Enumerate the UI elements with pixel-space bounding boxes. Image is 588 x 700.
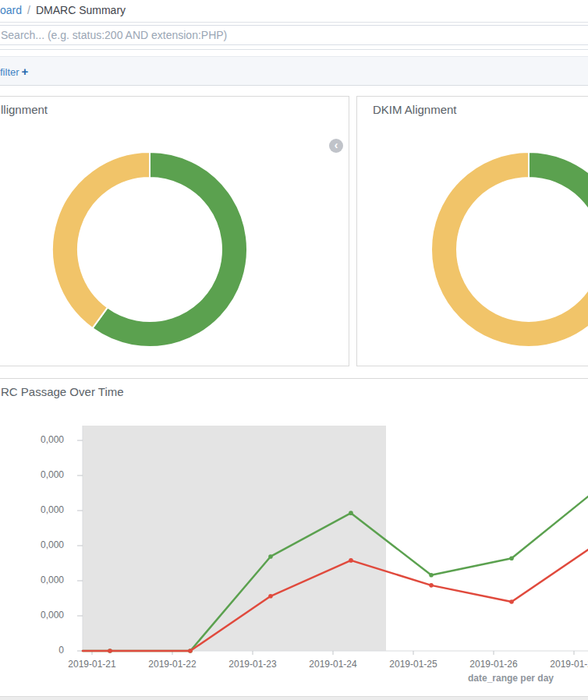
panel-dmarc-passage-title: RC Passage Over Time	[1, 385, 124, 398]
page-title: DMARC Summary	[36, 4, 126, 16]
data-point-red[interactable]	[429, 583, 434, 588]
y-axis-tick-label: 0,000	[0, 574, 64, 585]
x-axis-tick-label: 2019-01-26	[451, 659, 537, 670]
x-axis-tick-label: 2019-01-24	[290, 659, 376, 670]
breadcrumb-bar: oard/DMARC Summary	[0, 0, 588, 23]
spf-donut-chart[interactable]	[51, 150, 249, 348]
x-axis-tick-label: 2019-01-22	[129, 659, 215, 670]
data-point-red[interactable]	[509, 599, 514, 604]
dmarc-dashboard: oard/DMARC Summary filter+ llignment ‹ D…	[0, 0, 588, 700]
divider	[0, 49, 588, 50]
data-point-green[interactable]	[268, 554, 273, 559]
x-axis-title: date_range per day	[421, 673, 588, 684]
data-point-red[interactable]	[268, 594, 273, 599]
add-filter-button[interactable]: filter+	[0, 65, 28, 78]
time-range-shaded-region	[83, 426, 386, 651]
breadcrumb-separator: /	[27, 4, 30, 16]
y-axis-tick-label: 0,000	[0, 504, 64, 515]
data-point-green[interactable]	[429, 573, 434, 578]
donut-slice-green[interactable]	[529, 152, 588, 249]
x-axis-tick-label: 2019-01-23	[210, 659, 296, 670]
data-point-red[interactable]	[188, 649, 193, 653]
horizontal-scrollbar[interactable]	[0, 696, 588, 700]
dmarc-passage-line-chart[interactable]	[0, 421, 588, 664]
data-point-red[interactable]	[108, 649, 112, 653]
add-filter-label: filter	[0, 66, 19, 78]
x-axis-tick-label: 2019-01-27	[531, 659, 588, 670]
plus-icon: +	[22, 65, 29, 78]
y-axis-tick-label: 0,000	[0, 469, 64, 480]
data-point-green[interactable]	[509, 556, 514, 560]
y-axis-tick-label: 0,000	[0, 610, 64, 620]
y-axis-tick-label: 0	[0, 645, 64, 656]
x-axis-tick-label: 2019-01-25	[370, 659, 456, 670]
data-point-green[interactable]	[349, 511, 353, 515]
dkim-donut-chart[interactable]	[430, 150, 588, 348]
search-row	[0, 23, 588, 49]
breadcrumb-dashboard-link[interactable]: oard	[0, 4, 22, 16]
search-input[interactable]	[0, 25, 588, 45]
y-axis-tick-label: 0,000	[0, 539, 64, 550]
panel-dkim-title: DKIM Alignment	[373, 103, 457, 116]
x-axis-tick-label: 2019-01-21	[49, 659, 135, 670]
collapse-panel-icon[interactable]: ‹	[329, 139, 343, 153]
panel-spf-title: llignment	[1, 103, 48, 116]
donut-slice-yellow[interactable]	[52, 152, 150, 328]
filter-bar: filter+	[0, 56, 588, 86]
data-point-red[interactable]	[349, 558, 353, 563]
breadcrumb: oard/DMARC Summary	[0, 4, 126, 16]
y-axis-tick-label: 0,000	[0, 434, 64, 445]
